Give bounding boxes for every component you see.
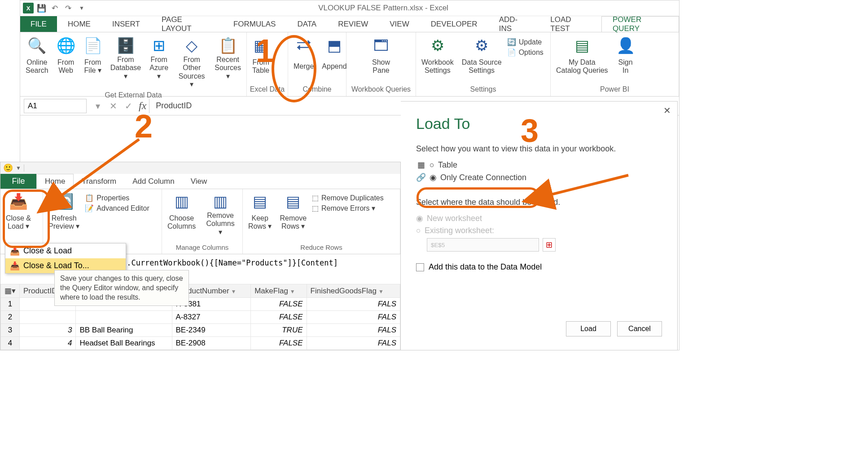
excel-logo-icon: X xyxy=(23,3,34,13)
table-small-icon: ▦ xyxy=(416,160,426,170)
pane-instruction-view: Select how you want to view this data in… xyxy=(416,144,662,154)
update-button[interactable]: 🔄Update xyxy=(507,38,544,46)
radio-off-icon: ○ xyxy=(430,160,434,170)
row-selector-header[interactable]: ▦▾ xyxy=(1,284,20,298)
tab-insert[interactable]: INSERT xyxy=(101,16,151,32)
name-box-dropdown-icon[interactable]: ▾ xyxy=(90,101,105,111)
table-row[interactable]: 4 4 Headset Ball Bearings BE-2908 FALSE … xyxy=(1,337,400,350)
close-pane-icon[interactable]: ✕ xyxy=(663,105,671,116)
remove-errors-button[interactable]: ⬚Remove Errors ▾ xyxy=(312,204,384,212)
tab-file[interactable]: FILE xyxy=(20,16,57,32)
annotation-number-1: 1 xyxy=(256,32,274,69)
add-to-data-model-checkbox[interactable]: Add this data to the Data Model xyxy=(416,262,662,272)
err-icon: ⬚ xyxy=(312,204,319,212)
azure-icon: ⊞ xyxy=(153,36,165,56)
qe-group-label-manage: Manage Columns xyxy=(165,242,240,254)
enter-formula-icon[interactable]: ✓ xyxy=(121,101,136,111)
checkbox-icon xyxy=(416,263,424,271)
from-web-button[interactable]: 🌐FromWeb xyxy=(54,35,78,90)
tab-formulas[interactable]: FORMULAS xyxy=(223,16,286,32)
data-source-settings-button[interactable]: ⚙Data SourceSettings xyxy=(459,35,504,84)
radio-on-icon: ◉ xyxy=(430,173,437,182)
qe-group-reduce-rows: ▤KeepRows ▾ ▤RemoveRows ▾ ⬚Remove Duplic… xyxy=(243,189,400,254)
qe-tab-file[interactable]: File xyxy=(0,174,36,189)
name-box[interactable]: A1 xyxy=(24,99,87,113)
show-pane-button[interactable]: 🗔ShowPane xyxy=(369,35,393,84)
tab-view[interactable]: VIEW xyxy=(379,16,420,32)
pane-icon: 🗔 xyxy=(373,36,389,56)
remove-rows-button[interactable]: ▤RemoveRows ▾ xyxy=(277,191,309,242)
annotation-rect-2 xyxy=(3,190,50,248)
tab-loadtest[interactable]: LOAD TEST xyxy=(539,16,601,32)
annotation-number-2: 2 xyxy=(135,108,153,145)
remove-columns-button[interactable]: ▥RemoveColumns ▾ xyxy=(201,191,240,242)
connection-small-icon: 🔗 xyxy=(416,173,426,182)
search-icon: 🔍 xyxy=(27,36,46,56)
catalog-icon: ▤ xyxy=(575,36,589,56)
load-button[interactable]: Load xyxy=(566,321,611,336)
existing-worksheet-ref-input xyxy=(427,238,539,252)
gear-workbook-icon: ⚙ xyxy=(431,36,444,56)
tab-data[interactable]: DATA xyxy=(286,16,327,32)
title-bar: X 💾 ↶ ↷ ▼ VLOOKUP FALSE Pattern.xlsx - E… xyxy=(20,0,679,16)
save-icon[interactable]: 💾 xyxy=(35,2,47,14)
from-azure-button[interactable]: ⊞FromAzure ▾ xyxy=(146,35,171,90)
remove-duplicates-button[interactable]: ⬚Remove Duplicates xyxy=(312,194,384,202)
load-to-pane: ✕ Load To Select how you want to view th… xyxy=(401,101,678,350)
table-row[interactable]: 2 A-8327 FALSE FALS xyxy=(1,311,400,324)
radio-off-disabled-icon: ○ xyxy=(416,226,421,235)
from-other-sources-button[interactable]: ◇From OtherSources ▾ xyxy=(174,35,209,90)
redo-icon[interactable]: ↷ xyxy=(62,2,74,14)
annotation-arrow-2 xyxy=(45,135,153,211)
gear-datasource-icon: ⚙ xyxy=(475,36,488,56)
tab-developer[interactable]: DEVELOPER xyxy=(420,16,488,32)
append-button[interactable]: ⬒Append xyxy=(319,35,349,84)
tab-page-layout[interactable]: PAGE LAYOUT xyxy=(151,16,223,32)
qe-tab-view[interactable]: View xyxy=(183,174,215,189)
svg-line-1 xyxy=(548,175,628,195)
undo-icon[interactable]: ↶ xyxy=(49,2,61,14)
radio-table[interactable]: ▦ ○ Table xyxy=(416,160,662,170)
tab-review[interactable]: REVIEW xyxy=(327,16,379,32)
qe-group-manage-columns: ▥ChooseColumns ▥RemoveColumns ▾ Manage C… xyxy=(162,189,243,254)
tab-powerquery[interactable]: POWER QUERY xyxy=(601,16,679,32)
choose-columns-button[interactable]: ▥ChooseColumns xyxy=(165,191,198,242)
group-label-wbq: Workbook Queries xyxy=(349,84,413,96)
online-search-button[interactable]: 🔍OnlineSearch xyxy=(23,35,51,90)
group-label-powerbi: Power BI xyxy=(553,84,676,96)
other-sources-icon: ◇ xyxy=(186,36,197,56)
append-icon: ⬒ xyxy=(327,36,342,56)
col-header[interactable]: MakeFlag▼ xyxy=(251,284,307,298)
radio-new-worksheet: ◉ New worksheet xyxy=(416,213,662,223)
app-title: VLOOKUP FALSE Pattern.xlsx - Excel xyxy=(88,4,679,13)
workbook-settings-button[interactable]: ⚙WorkbookSettings xyxy=(419,35,456,84)
col-header[interactable]: FinishedGoodsFlag▼ xyxy=(307,284,400,298)
keep-rows-icon: ▤ xyxy=(253,192,267,212)
table-row[interactable]: 3 3 BB Ball Bearing BE-2349 TRUE FALS xyxy=(1,324,400,337)
cancel-formula-icon[interactable]: ✕ xyxy=(105,101,121,111)
group-settings: ⚙WorkbookSettings ⚙Data SourceSettings 🔄… xyxy=(416,32,551,96)
svg-line-0 xyxy=(58,139,139,198)
qe-qat-dropdown-icon[interactable]: ▼ xyxy=(16,165,21,171)
remove-rows-icon: ▤ xyxy=(286,192,300,212)
from-database-button[interactable]: 🗄️FromDatabase ▾ xyxy=(108,35,144,90)
keep-rows-button[interactable]: ▤KeepRows ▾ xyxy=(245,191,274,242)
recent-icon: 📋 xyxy=(219,36,237,56)
tab-addins[interactable]: ADD-INS xyxy=(488,16,540,32)
close-load-to-tooltip: Save your changes to this query, close t… xyxy=(54,270,189,306)
annotation-arrow-3 xyxy=(539,171,637,207)
group-workbook-queries: 🗔ShowPane Workbook Queries xyxy=(346,32,416,96)
my-data-catalog-button[interactable]: ▤My DataCatalog Queries xyxy=(553,35,611,84)
ribbon-tabs: FILE HOME INSERT PAGE LAYOUT FORMULAS DA… xyxy=(20,16,679,32)
sign-in-button[interactable]: 👤SignIn xyxy=(614,35,638,84)
close-load-to-small-icon: 📥 xyxy=(10,261,20,271)
options-icon: 📄 xyxy=(507,48,516,57)
options-button[interactable]: 📄Options xyxy=(507,48,544,57)
tab-home[interactable]: HOME xyxy=(57,16,101,32)
qe-group-label-reduce: Reduce Rows xyxy=(245,242,397,254)
cancel-button[interactable]: Cancel xyxy=(617,321,662,336)
recent-sources-button[interactable]: 📋RecentSources ▾ xyxy=(212,35,244,90)
annotation-circle-1 xyxy=(272,35,316,102)
from-file-button[interactable]: 📄FromFile ▾ xyxy=(81,35,105,90)
qat-dropdown-icon[interactable]: ▼ xyxy=(76,2,88,14)
